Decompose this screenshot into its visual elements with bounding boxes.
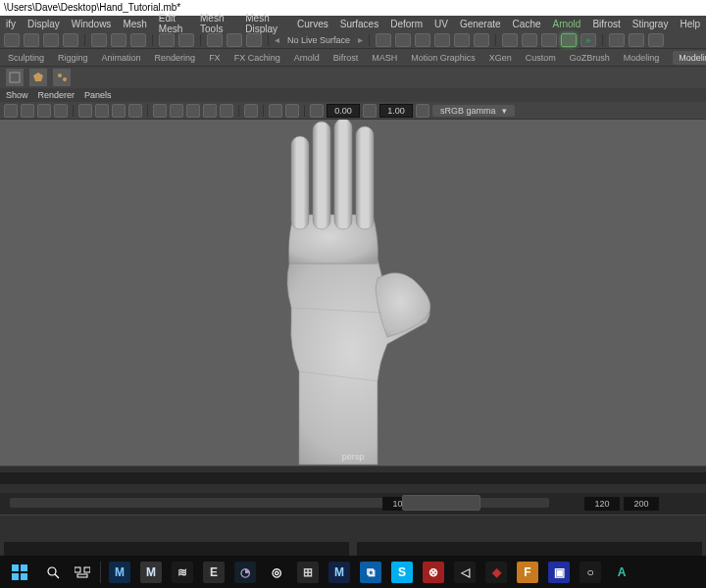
snap-icon[interactable] (474, 33, 489, 47)
history-icon[interactable] (502, 33, 518, 47)
vp-textured-icon[interactable] (186, 104, 200, 118)
panel-layout-icon[interactable] (609, 33, 625, 47)
taskbar-app-fusion[interactable]: F (513, 559, 542, 586)
snap-icon[interactable] (395, 33, 411, 47)
menu-item[interactable]: Arnold (553, 19, 581, 29)
tool-icon[interactable] (207, 33, 223, 47)
tool-icon[interactable] (246, 33, 262, 47)
snap-icon[interactable] (454, 33, 470, 47)
shelf-tab[interactable]: ModelingTools (673, 51, 706, 65)
shelf-tab[interactable]: XGen (489, 53, 512, 63)
vp-gamma-field[interactable]: 1.00 (379, 104, 413, 118)
taskbar-app-dropbox[interactable]: ⧉ (356, 559, 385, 586)
start-button[interactable] (2, 559, 37, 586)
play-icon[interactable]: ▸ (580, 33, 596, 47)
menu-item[interactable]: Curves (297, 19, 328, 29)
taskbar-app-roundcal[interactable]: ⊗ (419, 559, 448, 586)
history-icon[interactable] (522, 33, 537, 47)
taskbar-app-maya-grey[interactable]: M (136, 559, 166, 586)
menu-item[interactable]: ify (6, 19, 16, 29)
live-surface-caret-icon[interactable]: ◂ (275, 34, 279, 45)
range-slider[interactable]: 100 120 200 (0, 493, 706, 514)
vp-camera-attr-icon[interactable] (21, 104, 34, 118)
tool-icon[interactable] (111, 33, 126, 47)
shelf-tab[interactable]: Sculpting (8, 53, 44, 63)
shelf-tab[interactable]: Bifrost (333, 53, 359, 63)
taskbar-app-autodesk[interactable]: A (607, 559, 636, 586)
tool-icon[interactable] (4, 33, 20, 47)
taskbar-app-skype[interactable]: S (387, 559, 417, 586)
tool-icon[interactable] (227, 33, 242, 47)
menu-item[interactable]: Mesh Tools (200, 13, 233, 34)
mel-command-input[interactable] (4, 542, 349, 556)
playback-bar[interactable] (0, 514, 706, 540)
shelf-tab[interactable]: Rendering (155, 53, 196, 63)
vp-grid-icon[interactable] (78, 104, 92, 118)
tool-icon[interactable] (43, 33, 59, 47)
menu-item[interactable]: Display (27, 19, 60, 29)
range-end-a-field[interactable]: 120 (584, 497, 620, 511)
menu-item[interactable]: Generate (460, 19, 501, 29)
shelf-tab[interactable]: FX (209, 53, 221, 63)
vp-shaded-icon[interactable] (170, 104, 183, 118)
menu-item[interactable]: Surfaces (340, 19, 378, 29)
taskbar-app-zbrush[interactable]: ≋ (168, 559, 197, 586)
shelf-tab[interactable]: Motion Graphics (411, 53, 476, 63)
tool-icon[interactable] (178, 33, 194, 47)
taskbar-app-steam[interactable]: ◔ (230, 559, 260, 586)
vp-select-camera-icon[interactable] (4, 104, 18, 118)
shelf-item-icon[interactable] (29, 69, 47, 86)
menu-item[interactable]: Cache (513, 19, 541, 29)
vp-gamma-icon[interactable] (363, 104, 377, 118)
panel-layout-icon[interactable] (648, 33, 664, 47)
tool-icon[interactable] (24, 33, 39, 47)
menu-item[interactable]: Bifrost (592, 19, 620, 29)
panel-layout-icon[interactable] (629, 33, 644, 47)
render-icon-active[interactable] (561, 33, 577, 47)
snap-icon[interactable] (376, 33, 391, 47)
time-slider[interactable] (0, 466, 706, 493)
menu-item[interactable]: Stingray (632, 19, 669, 29)
shelf-tab[interactable]: Arnold (294, 53, 320, 63)
vp-shadows-icon[interactable] (220, 104, 233, 118)
vp-lights-icon[interactable] (203, 104, 217, 118)
shelf-tab[interactable]: GoZBrush (570, 53, 610, 63)
live-surface-label[interactable]: No Live Surface (287, 35, 350, 45)
vp-image-plane-icon[interactable] (54, 104, 68, 118)
taskbar-app-blue-cube[interactable]: ▣ (544, 559, 574, 586)
shelf-tab[interactable]: Rigging (58, 53, 88, 63)
vp-view-transform-icon[interactable] (416, 104, 429, 118)
shelf-tab[interactable]: Modeling (624, 53, 660, 63)
perspective-viewport[interactable]: persp (0, 120, 706, 466)
snap-icon[interactable] (415, 33, 430, 47)
tool-icon[interactable] (91, 33, 107, 47)
range-end-b-field[interactable]: 200 (624, 497, 659, 511)
menu-item[interactable]: Mesh (123, 19, 146, 29)
live-surface-caret-icon[interactable]: ▸ (358, 34, 363, 45)
snap-icon[interactable] (434, 33, 450, 47)
menu-item[interactable]: Help (680, 19, 700, 29)
menu-item[interactable]: Windows (72, 19, 112, 29)
menu-item[interactable]: Edit Mesh (159, 13, 188, 34)
range-handle[interactable] (402, 495, 480, 511)
menu-item[interactable]: UV (434, 19, 448, 29)
tool-icon[interactable] (130, 33, 146, 47)
panel-menu-renderer[interactable]: Renderer (38, 90, 76, 100)
vp-wireframe-icon[interactable] (153, 104, 167, 118)
shelf-tab[interactable]: Animation (102, 53, 141, 63)
shelf-tab[interactable]: FX Caching (234, 53, 280, 63)
shelf-tab[interactable]: Custom (526, 53, 556, 63)
shelf-item-icon[interactable] (53, 69, 71, 86)
time-slider-track[interactable] (0, 472, 706, 484)
taskbar-app-unity[interactable]: ◁ (450, 559, 479, 586)
vp-bookmark-icon[interactable] (37, 104, 51, 118)
vp-film-gate-icon[interactable] (95, 104, 109, 118)
vp-gate-mask-icon[interactable] (128, 104, 142, 118)
taskbar-app-maya-blue[interactable]: M (105, 559, 134, 586)
menu-item[interactable]: Mesh Display (245, 13, 285, 34)
panel-menu-show[interactable]: Show (6, 90, 28, 100)
taskbar-app-chrome[interactable]: ◎ (262, 559, 291, 586)
vp-exposure-field[interactable]: 0.00 (327, 104, 360, 118)
tool-icon[interactable] (159, 33, 175, 47)
taskbar-app-oculus[interactable]: ○ (576, 559, 605, 586)
